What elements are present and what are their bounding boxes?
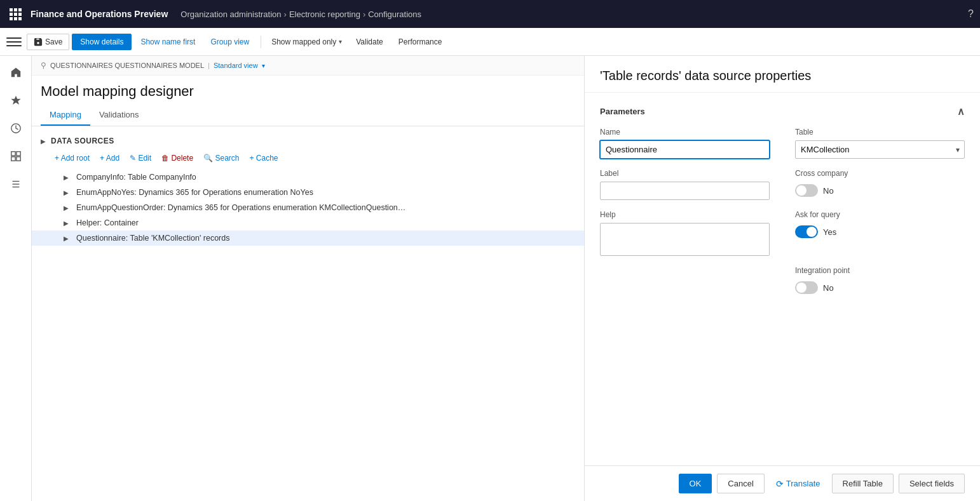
table-label: Table — [795, 128, 965, 137]
ask-for-query-toggle-row: Yes — [795, 225, 965, 238]
datasources-panel: ▶ DATA SOURCES + Add root + Add ✎ Edit 🗑… — [32, 126, 584, 501]
params-grid: Name Table KMCollection Label — [600, 128, 965, 294]
cross-company-value: No — [823, 186, 834, 196]
svg-rect-3 — [10, 13, 13, 16]
label-label: Label — [600, 169, 770, 178]
tab-mapping[interactable]: Mapping — [41, 105, 90, 126]
sidebar-recent-icon[interactable] — [6, 118, 26, 138]
translate-button[interactable]: ⟳ Translate — [770, 474, 827, 493]
label-field-group: Label — [600, 169, 770, 200]
toolbar-separator — [261, 36, 261, 48]
show-mapped-button[interactable]: Show mapped only ▾ — [266, 34, 347, 50]
delete-button[interactable]: 🗑 Delete — [158, 152, 197, 164]
show-name-first-label: Show name first — [140, 37, 195, 46]
svg-rect-1 — [14, 8, 17, 11]
group-view-button[interactable]: Group view — [204, 34, 255, 50]
ask-for-query-group: Ask for query Yes — [795, 210, 965, 256]
datasources-actions: + Add root + Add ✎ Edit 🗑 Delete 🔍 Searc… — [32, 149, 584, 167]
datasource-items: ▶ CompanyInfo: Table CompanyInfo ▶ EnumA… — [32, 167, 584, 248]
save-button[interactable]: Save — [27, 34, 69, 50]
ask-for-query-toggle[interactable] — [795, 225, 818, 238]
search-button[interactable]: 🔍 Search — [200, 152, 243, 164]
svg-rect-14 — [16, 157, 20, 161]
list-item[interactable]: ▶ Helper: Container — [32, 215, 584, 230]
label-input[interactable] — [600, 182, 770, 200]
item-expand-icon[interactable]: ▶ — [64, 220, 72, 227]
save-label: Save — [45, 37, 62, 46]
integration-point-toggle-row: No — [795, 281, 965, 294]
sidebar-grid-icon[interactable] — [6, 146, 26, 166]
translate-icon: ⟳ — [776, 479, 784, 489]
sidebar — [0, 56, 32, 501]
item-text: EnumAppNoYes: Dynamics 365 for Operation… — [76, 188, 313, 197]
chevron-down-icon-bc: ▾ — [262, 62, 265, 69]
hamburger-icon[interactable] — [6, 34, 22, 50]
svg-rect-0 — [10, 8, 13, 11]
item-expand-icon[interactable]: ▶ — [64, 189, 72, 196]
svg-rect-7 — [14, 17, 17, 20]
filter-icon: ⚲ — [41, 61, 46, 70]
name-field-group: Name — [600, 128, 770, 159]
name-input[interactable] — [600, 140, 770, 159]
show-name-first-button[interactable]: Show name first — [134, 34, 201, 50]
validate-button[interactable]: Validate — [350, 34, 389, 50]
integration-point-toggle[interactable] — [795, 281, 818, 294]
panel-breadcrumb: ⚲ QUESTIONNAIRES QUESTIONNAIRES MODEL | … — [32, 56, 584, 76]
help-field-group: Help — [600, 210, 770, 256]
tabs: Mapping Validations — [32, 105, 584, 126]
item-expand-icon[interactable]: ▶ — [64, 174, 72, 181]
cache-button[interactable]: + Cache — [245, 152, 282, 164]
svg-rect-6 — [10, 17, 13, 20]
main-content: ⚲ QUESTIONNAIRES QUESTIONNAIRES MODEL | … — [0, 56, 980, 501]
cross-company-toggle[interactable] — [795, 184, 818, 197]
datasources-title: DATA SOURCES — [51, 137, 114, 145]
datasources-header: ▶ DATA SOURCES — [32, 133, 584, 149]
apps-icon[interactable] — [6, 5, 24, 23]
sidebar-list-icon[interactable] — [6, 174, 26, 194]
ok-button[interactable]: OK — [679, 474, 712, 493]
edit-button[interactable]: ✎ Edit — [126, 152, 155, 164]
show-details-button[interactable]: Show details — [72, 34, 132, 50]
cancel-button[interactable]: Cancel — [717, 474, 764, 493]
sidebar-home-icon[interactable] — [6, 62, 26, 83]
toolbar: Save Show details Show name first Group … — [0, 28, 980, 56]
add-button[interactable]: + Add — [96, 152, 123, 164]
section-label: Parameters ∧ — [600, 105, 965, 117]
sidebar-star-icon[interactable] — [6, 90, 26, 110]
breadcrumb-org-admin[interactable]: Organization administration — [180, 10, 281, 19]
validate-label: Validate — [356, 37, 383, 46]
bc-part2[interactable]: Standard view — [214, 62, 258, 69]
item-text: Helper: Container — [76, 218, 139, 227]
tab-validations[interactable]: Validations — [90, 105, 148, 126]
item-expand-icon[interactable]: ▶ — [64, 235, 72, 242]
panel-footer: OK Cancel ⟳ Translate Refill Table Selec… — [585, 465, 980, 501]
svg-rect-11 — [11, 152, 15, 156]
add-root-button[interactable]: + Add root — [51, 152, 93, 164]
performance-button[interactable]: Performance — [392, 34, 449, 50]
list-item[interactable]: ▶ EnumAppQuestionOrder: Dynamics 365 for… — [32, 200, 584, 215]
list-item[interactable]: ▶ EnumAppNoYes: Dynamics 365 for Operati… — [32, 185, 584, 200]
table-select[interactable]: KMCollection — [795, 140, 965, 159]
breadcrumb-electronic-reporting[interactable]: Electronic reporting — [289, 10, 360, 19]
svg-rect-2 — [18, 8, 22, 11]
svg-marker-9 — [11, 96, 20, 105]
help-textarea[interactable] — [600, 223, 770, 256]
select-fields-button[interactable]: Select fields — [899, 474, 965, 493]
right-panel: 'Table records' data source properties P… — [585, 56, 980, 501]
datasources-expand-icon[interactable]: ▶ — [41, 138, 46, 145]
group-view-label: Group view — [210, 37, 249, 46]
help-label: Help — [600, 210, 770, 219]
cross-company-group: Cross company No — [795, 169, 965, 200]
collapse-button[interactable]: ∧ — [957, 105, 965, 117]
list-item[interactable]: ▶ CompanyInfo: Table CompanyInfo — [32, 170, 584, 185]
left-panel: ⚲ QUESTIONNAIRES QUESTIONNAIRES MODEL | … — [32, 56, 585, 501]
help-icon[interactable]: ? — [968, 8, 974, 20]
integration-point-label: Integration point — [795, 266, 965, 275]
svg-rect-8 — [18, 17, 22, 20]
cross-company-label: Cross company — [795, 169, 965, 178]
list-item[interactable]: ▶ Questionnaire: Table 'KMCollection' re… — [32, 230, 584, 246]
item-expand-icon[interactable]: ▶ — [64, 204, 72, 211]
breadcrumb-configurations[interactable]: Configurations — [368, 10, 421, 19]
panel-title: 'Table records' data source properties — [585, 56, 980, 93]
refill-table-button[interactable]: Refill Table — [832, 474, 894, 493]
